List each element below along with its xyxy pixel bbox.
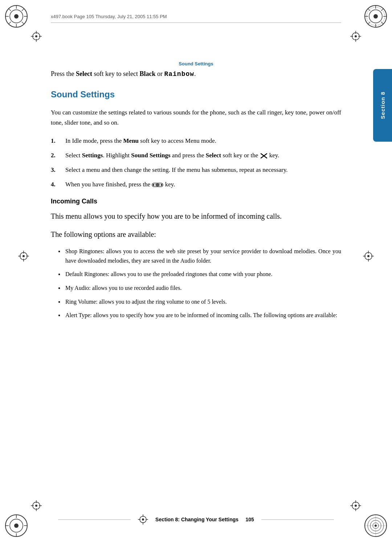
svg-point-68 [355,505,357,507]
step-2-select-bold: Select [206,152,221,159]
step-2-settings-bold: Settings [82,152,103,159]
step-1-num: 1. [51,136,56,146]
section-tab-label: Section 8 [380,92,386,119]
end-key-icon [152,181,163,189]
step-1: 1. In Idle mode, press the Menu soft key… [62,136,341,146]
step-3: 3. Select a menu and then change the set… [62,165,341,175]
body-paragraph: You can customize the settings related t… [51,108,341,128]
crosshair-mid-right [363,251,374,262]
crosshair-top-left [31,31,42,42]
options-list: Shop Ringtones: allows you to access the… [58,247,341,320]
incoming-calls-desc1: This menu allows you to specify how you … [51,210,341,222]
bullet-item-4: Ring Volume: allows you to adjust the ri… [58,297,341,307]
crosshair-bot-right [350,500,361,511]
step-2-num: 2. [51,150,56,161]
footer-line-left [58,519,131,520]
footer-crosshair [138,514,148,525]
bullet-item-3: My Audio: allows you to use recorded aud… [58,283,341,293]
crosshair-bot-left [31,500,42,511]
svg-point-62 [35,505,37,507]
step-3-num: 3. [51,165,56,175]
x-key-icon [260,153,268,159]
step-4-num: 4. [51,179,56,190]
svg-point-13 [373,14,378,19]
corner-decoration-tr [363,4,388,29]
intro-select-bold: Select [76,70,92,77]
intro-paragraph: Press the Select soft key to select Blac… [51,69,341,79]
corner-decoration-tl [4,4,29,29]
svg-point-76 [155,183,160,186]
section-tab: Section 8 [373,69,392,142]
intro-rainbow-bold: Rainbow [164,70,194,78]
intro-black-bold: Black [139,70,155,77]
step-2: 2. Select Settings. Highlight Sound Sett… [62,150,341,161]
running-header: Sound Settings [0,61,392,66]
incoming-calls-desc2: The following options are available: [51,228,341,240]
svg-line-19 [381,9,383,11]
svg-line-9 [9,22,11,24]
header-line-right [181,23,341,23]
crosshair-top-right [350,31,361,42]
svg-line-7 [9,9,11,11]
svg-line-18 [368,9,370,11]
footer-line-right [261,519,334,520]
svg-rect-78 [161,184,162,186]
bullet-item-2: Default Ringtones: allows you to use the… [58,270,341,279]
bullet-item-1: Shop Ringtones: allows you to access the… [58,247,341,265]
svg-line-21 [381,22,383,24]
steps-list: 1. In Idle mode, press the Menu soft key… [62,136,341,190]
footer-label: Section 8: Changing Your Settings 105 [155,517,254,522]
svg-rect-77 [153,184,154,186]
svg-line-10 [22,22,24,24]
footer-section-label: Section 8: Changing Your Settings [155,517,238,522]
footer-page-number: 105 [246,517,254,522]
svg-point-2 [14,14,19,19]
svg-point-56 [367,255,369,257]
svg-point-44 [355,35,357,37]
svg-line-8 [22,9,24,11]
header-file-info: x497.book Page 105 Thursday, July 21, 20… [51,14,167,19]
incoming-calls-heading: Incoming Calls [51,198,341,205]
svg-point-50 [23,255,25,257]
step-4: 4. When you have finished, press the key… [62,179,341,190]
bullet-item-5: Alert Type: allows you to specify how yo… [58,311,341,320]
page: x497.book Page 105 Thursday, July 21, 20… [0,0,392,542]
svg-point-80 [142,518,144,521]
step-2-sound-bold: Sound Settings [131,152,170,159]
crosshair-mid-left [18,251,29,262]
section-heading: Sound Settings [51,89,341,100]
page-footer: Section 8: Changing Your Settings 105 [0,514,392,525]
svg-line-20 [368,22,370,24]
svg-point-38 [35,35,37,37]
main-content: Press the Select soft key to select Blac… [51,69,341,498]
step-1-menu-bold: Menu [123,137,139,144]
